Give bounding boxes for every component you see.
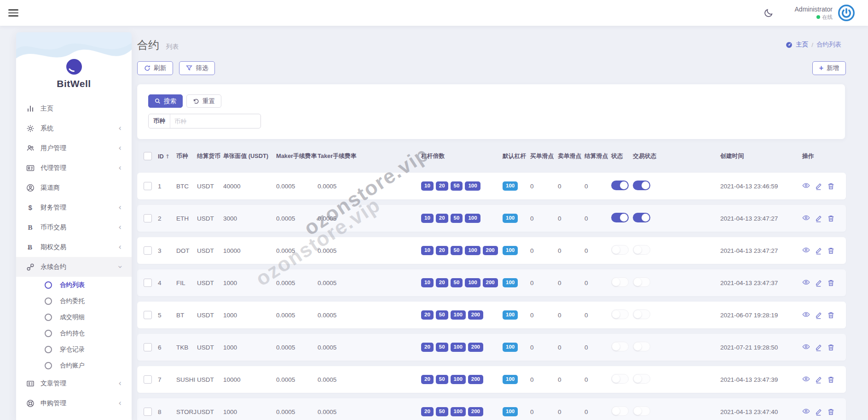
user-info[interactable]: Administrator 在线 [795,6,833,20]
undo-icon [193,98,199,105]
column-header-单张面值 (USDT): 单张面值 (USDT) [223,152,276,160]
edit-icon[interactable] [815,311,822,319]
cell-id: 3 [158,247,176,254]
edit-icon[interactable] [815,408,822,416]
cell-leverages: 102050100 [421,181,503,191]
sidebar-item-6[interactable]: $财务管理‹ [16,198,132,217]
delete-icon[interactable] [827,279,835,287]
edit-icon[interactable] [815,279,822,287]
status-toggle-off[interactable] [611,277,629,287]
sidebar-item-11[interactable]: 申购管理‹ [16,393,132,413]
sidebar-subitem-合约持仓[interactable]: 合约持仓 [16,325,132,341]
status-toggle-off[interactable] [611,374,629,384]
delete-icon[interactable] [827,182,835,190]
row-checkbox[interactable] [144,311,152,319]
coin-search-input[interactable] [170,118,260,125]
delete-icon[interactable] [827,376,835,384]
hamburger-menu-icon[interactable] [8,7,18,18]
eye-icon[interactable] [802,344,810,351]
cell-actions [802,408,846,416]
reset-button[interactable]: 重置 [186,94,221,108]
status-toggle-off[interactable] [611,406,629,416]
sidebar-subitem-成交明细[interactable]: 成交明细 [16,309,132,325]
trade-status-toggle-off[interactable] [633,374,650,384]
sort-ascending-icon[interactable]: ↑ [165,153,170,160]
leverage-badge: 20 [436,181,448,191]
table-header-row: ID↑币种结算货币单张面值 (USDT)Maker手续费率Taker手续费率杠杆… [137,147,846,165]
eye-icon[interactable] [802,215,810,222]
trade-status-toggle-off[interactable] [633,309,650,319]
sidebar-item-5[interactable]: 渠道商 [16,178,132,198]
edit-icon[interactable] [815,247,822,255]
row-checkbox[interactable] [144,279,152,287]
sidebar-subitem-合约账户[interactable]: 合约账户 [16,357,132,373]
sidebar-subitem-合约委托[interactable]: 合约委托 [16,293,132,309]
row-checkbox[interactable] [144,182,152,190]
cell-leverages: 2050100200 [421,343,503,352]
cell-default-leverage: 100 [503,214,530,223]
eye-icon[interactable] [802,311,810,319]
sidebar-item-8[interactable]: Ƀ期权交易‹ [16,237,132,257]
delete-icon[interactable] [827,408,835,416]
eye-icon[interactable] [802,408,810,416]
search-button[interactable]: 搜索 [148,94,183,108]
row-checkbox[interactable] [144,408,152,416]
dark-mode-moon-icon[interactable] [764,8,774,18]
sidebar-item-label: 期权交易 [41,243,66,251]
eye-icon[interactable] [802,376,810,384]
trade-status-toggle-off[interactable] [633,342,650,351]
sidebar-item-7[interactable]: B币币交易‹ [16,217,132,237]
status-toggle-on[interactable] [611,181,629,190]
status-toggle-off[interactable] [611,245,629,255]
cell-trade-status [633,213,720,224]
eye-icon[interactable] [802,182,810,190]
delete-icon[interactable] [827,247,835,255]
breadcrumb-home-link[interactable]: 主页 [796,41,808,49]
sidebar-subitem-合约列表[interactable]: 合约列表 [16,277,132,293]
refresh-button[interactable]: 刷新 [137,61,173,75]
sidebar-item-4[interactable]: 代理管理‹ [16,158,132,178]
eye-icon[interactable] [802,247,810,255]
eye-icon[interactable] [802,279,810,287]
sidebar-item-10[interactable]: 文章管理‹ [16,373,132,393]
delete-icon[interactable] [827,215,835,222]
breadcrumb-current[interactable]: 合约列表 [816,41,841,49]
cell-settle: USDT [197,312,223,319]
search-label: 搜索 [164,97,176,105]
table-row-DOT: 3DOTUSDT100000.00050.0005102050100200100… [137,237,846,264]
sidebar-item-9[interactable]: 永续合约‹ [16,257,132,277]
trade-status-toggle-off[interactable] [633,245,650,255]
sidebar-item-3[interactable]: 用户管理‹ [16,138,132,158]
sidebar-subitem-穿仓记录[interactable]: 穿仓记录 [16,341,132,357]
dollar-icon: $ [26,204,35,212]
add-button[interactable]: + 新增 [812,61,846,75]
column-header-ID[interactable]: ID↑ [158,153,176,160]
cell-settle: USDT [197,215,223,222]
sidebar-item-2[interactable]: 系统‹ [16,118,132,138]
user-avatar-power-icon[interactable] [838,4,855,22]
trade-status-toggle-on[interactable] [633,181,650,190]
status-toggle-off[interactable] [611,309,629,319]
edit-icon[interactable] [815,344,822,351]
delete-icon[interactable] [827,311,835,319]
cell-settle: USDT [197,344,223,351]
column-header-买单滑点: 买单滑点 [530,152,558,160]
delete-icon[interactable] [827,344,835,351]
trade-status-toggle-off[interactable] [633,406,650,416]
edit-icon[interactable] [815,376,822,384]
row-checkbox[interactable] [144,246,152,255]
select-all-checkbox[interactable] [144,152,152,160]
filter-button[interactable]: 筛选 [179,61,215,75]
edit-icon[interactable] [815,215,822,222]
cell-status [611,309,633,321]
edit-icon[interactable] [815,182,822,190]
trade-status-toggle-on[interactable] [633,213,650,222]
status-toggle-off[interactable] [611,342,629,351]
trade-status-toggle-off[interactable] [633,277,650,287]
sidebar-item-1[interactable]: 主页 [16,99,132,118]
cell-settle-slip: 0 [584,408,611,415]
row-checkbox[interactable] [144,343,152,351]
status-toggle-on[interactable] [611,213,629,222]
row-checkbox[interactable] [144,214,152,222]
row-checkbox[interactable] [144,375,152,384]
